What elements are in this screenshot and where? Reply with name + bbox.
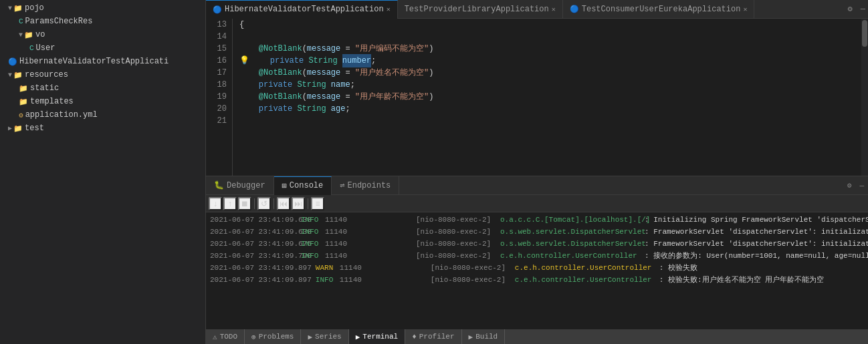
tab-label: Profiler — [419, 333, 455, 341]
tab-label: Terminal — [362, 333, 398, 341]
sidebar-item-pojo[interactable]: ▼ 📁 pojo — [0, 1, 205, 15]
tab-build[interactable]: ▶ Build — [462, 329, 506, 344]
restart-btn[interactable]: ↺ — [257, 197, 271, 210]
log-timestamp: 2021-06-07 23:41:09.897 — [210, 262, 312, 274]
close-icon[interactable]: ✕ — [743, 5, 747, 13]
code-line — [239, 31, 861, 43]
bottom-tab-bar: ⚠ TODO ⊕ Problems ▶ Series ▶ Terminal ♦ … — [206, 329, 868, 344]
console-close-icon[interactable]: — — [855, 182, 868, 190]
log-thread: [nio-8080-exec-2] — [416, 238, 496, 250]
log-level: INFO — [301, 250, 321, 262]
tab-console[interactable]: ⊞ Console — [274, 176, 332, 195]
bottom-panel: 🐛 Debugger ⊞ Console ⇌ Endpoints ⚙ — ↓ ↑ — [206, 176, 868, 329]
java-file-icon: 🔵 — [213, 5, 222, 14]
code-line: @NotBlank(message = "用户编码不能为空") — [239, 43, 861, 55]
problems-icon: ⊕ — [251, 333, 256, 341]
tab-series[interactable]: ▶ Series — [301, 329, 348, 344]
scroll-down-btn[interactable]: ↓ — [209, 197, 222, 210]
separator — [308, 198, 308, 209]
stop-btn[interactable]: ⏹ — [238, 197, 251, 210]
gutter-bulb-icon[interactable]: 💡 — [239, 55, 249, 67]
log-message: : FrameworkServlet 'dispatcherServlet': … — [645, 238, 868, 250]
tab-todo[interactable]: ⚠ TODO — [206, 329, 245, 344]
code-line: private String age; — [239, 103, 861, 115]
tab-test-provider[interactable]: TestProviderLibraryApplication ✕ — [398, 0, 563, 19]
log-thread-id: 11140 — [325, 214, 412, 226]
tab-profiler[interactable]: ♦ Profiler — [405, 329, 461, 344]
tab-label: Problems — [259, 333, 294, 341]
tab-hibernate-validator[interactable]: 🔵 HibernateValidatorTestApplication ✕ — [206, 0, 398, 19]
sidebar-item-label: resources — [25, 70, 68, 79]
log-line: 2021-06-07 23:41:09.675 INFO 11140 [nio-… — [206, 238, 868, 250]
console-icon: ⊞ — [282, 181, 287, 191]
log-line: 2021-06-07 23:41:09.897 INFO 11140 [nio-… — [206, 274, 868, 286]
main-area: ▼ 📁 pojo C ParamsCheckRes ▼ 📁 vo C User … — [0, 0, 868, 344]
log-timestamp: 2021-06-07 23:41:09.790 — [210, 250, 297, 262]
sidebar-item-application-yml[interactable]: ⚙ application.yml — [0, 108, 205, 122]
log-class: o.s.web.servlet.DispatcherServlet — [500, 226, 641, 238]
editor-tab-bar: 🔵 HibernateValidatorTestApplication ✕ Te… — [206, 0, 868, 19]
sidebar-item-resources[interactable]: ▼ 📁 resources — [0, 68, 205, 81]
java-icon: 🔵 — [8, 57, 17, 66]
settings-icon[interactable]: ⚙ — [843, 4, 858, 14]
java-icon: C — [29, 44, 34, 52]
console-settings-icon[interactable]: ⚙ — [843, 181, 856, 190]
tab-label: HibernateValidatorTestApplication — [225, 5, 384, 14]
console-output: 2021-06-07 23:41:09.638 INFO 11140 [nio-… — [206, 212, 868, 329]
sidebar-item-user[interactable]: C User — [0, 41, 205, 55]
sidebar-item-label: HibernateValidatorTestApplicati — [19, 57, 169, 66]
sidebar-item-label: pojo — [25, 3, 44, 13]
tab-label: TestConsumerUserEurekaApplication — [582, 5, 741, 14]
tab-test-consumer[interactable]: 🔵 TestConsumerUserEurekaApplication ✕ — [563, 0, 755, 19]
scrollbar[interactable] — [861, 19, 868, 176]
folder-icon: 📁 — [13, 71, 23, 79]
tab-label: TODO — [220, 333, 237, 341]
tab-label: Build — [475, 333, 498, 341]
tab-problems[interactable]: ⊕ Problems — [245, 329, 301, 344]
tab-label: TestProviderLibraryApplication — [405, 5, 549, 14]
log-message: : FrameworkServlet 'dispatcherServlet': … — [645, 226, 868, 238]
log-message: : Initializing Spring FrameworkServlet '… — [645, 214, 868, 226]
separator — [254, 198, 255, 209]
tab-label: Debugger — [227, 181, 265, 190]
log-class: c.e.h.controller.UserController — [515, 274, 655, 286]
close-icon[interactable]: ✕ — [387, 5, 391, 13]
sidebar-item-label: ParamsCheckRes — [25, 17, 93, 26]
arrow-icon: ▼ — [19, 31, 23, 39]
sidebar-item-vo[interactable]: ▼ 📁 vo — [0, 28, 205, 41]
log-thread-id: 11140 — [325, 238, 412, 250]
log-level: INFO — [301, 214, 321, 226]
code-line: private String name; — [239, 79, 861, 91]
log-thread: [nio-8080-exec-2] — [416, 226, 496, 238]
java-icon: C — [19, 17, 23, 25]
log-timestamp: 2021-06-07 23:41:09.638 — [210, 214, 297, 226]
sidebar-item-label: static — [30, 83, 59, 93]
log-class: o.s.web.servlet.DispatcherServlet — [500, 238, 641, 250]
tab-terminal[interactable]: ▶ Terminal — [349, 329, 405, 344]
code-content[interactable]: { @NotBlank(message = "用户编码不能为空") 💡 priv… — [233, 19, 861, 176]
log-thread-id: 11140 — [325, 226, 412, 238]
console-toolbar: ↓ ↑ ⏹ ↺ ⏮ ⏭ ≡ — [206, 195, 868, 212]
scroll-up-btn[interactable]: ↑ — [223, 197, 237, 210]
sidebar-item-static[interactable]: 📁 static — [0, 81, 205, 95]
close-icon[interactable]: ✕ — [552, 5, 556, 13]
code-editor: 13 14 15 16 17 18 19 20 21 { @NotBl — [206, 19, 868, 176]
prev-btn[interactable]: ⏭ — [292, 197, 305, 210]
separator — [274, 198, 274, 209]
sidebar-item-params-check-res[interactable]: C ParamsCheckRes — [0, 15, 205, 28]
arrow-icon: ▶ — [8, 124, 12, 132]
menu-btn[interactable]: ≡ — [311, 197, 324, 210]
tab-label: Console — [290, 181, 323, 190]
tab-endpoints[interactable]: ⇌ Endpoints — [332, 176, 399, 195]
sidebar-item-templates[interactable]: 📁 templates — [0, 95, 205, 108]
log-thread-id: 11140 — [325, 250, 412, 262]
sidebar-item-label: User — [36, 43, 56, 53]
sidebar-item-test[interactable]: ▶ 📁 test — [0, 122, 205, 135]
sidebar-item-hibernate-app[interactable]: 🔵 HibernateValidatorTestApplicati — [0, 55, 205, 68]
tab-debugger[interactable]: 🐛 Debugger — [206, 176, 274, 195]
log-thread: [nio-8080-exec-2] — [431, 274, 511, 286]
log-timestamp: 2021-06-07 23:41:09.675 — [210, 238, 297, 250]
first-btn[interactable]: ⏮ — [277, 197, 290, 210]
scrollbar-thumb[interactable] — [862, 20, 867, 47]
more-options-icon[interactable]: — — [858, 5, 868, 14]
